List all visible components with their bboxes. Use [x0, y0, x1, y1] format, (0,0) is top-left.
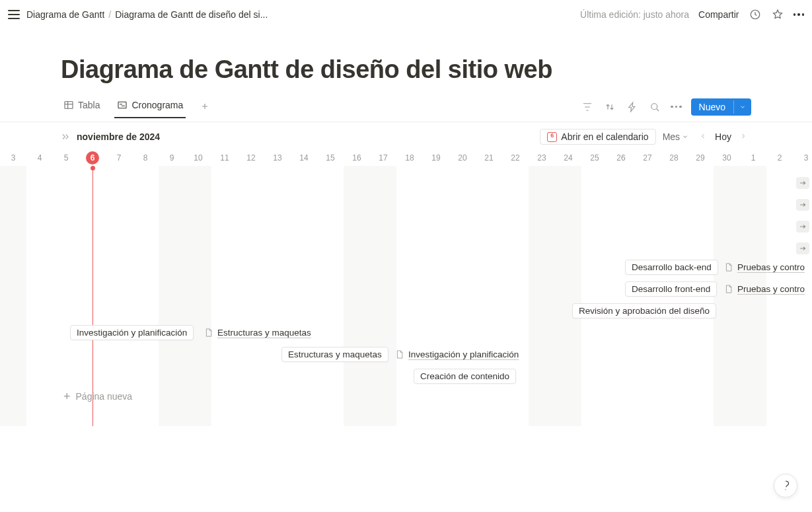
next-period-button[interactable] [735, 129, 751, 145]
page-icon [203, 327, 213, 338]
task-label: Pruebas y contro [737, 284, 805, 294]
day-header-cell: 25 [581, 153, 608, 163]
timeline-column [211, 166, 238, 426]
tab-timeline[interactable]: Cronograma [114, 100, 186, 118]
timeline-column [423, 166, 449, 426]
expand-sidebar-icon[interactable] [61, 132, 70, 141]
breadcrumb-current[interactable]: Diagrama de Gantt de diseño del si... [115, 9, 268, 20]
day-header-cell: 14 [291, 153, 317, 163]
timeline-body[interactable]: Desarrollo back-endPruebas y controDesar… [0, 166, 812, 426]
timeline-task[interactable]: Investigación y planificación [70, 325, 194, 340]
day-header-cell: 24 [555, 153, 581, 163]
day-header-cell: 21 [476, 153, 502, 163]
day-header-cell: 17 [370, 153, 396, 163]
sort-icon[interactable] [603, 100, 616, 114]
timeline-task[interactable]: Estructuras y maquetas [281, 347, 388, 362]
offscreen-arrow-icon[interactable] [796, 177, 809, 189]
day-header-cell: 1 [740, 153, 766, 163]
calendar-icon [547, 132, 557, 142]
timeline-task[interactable]: Desarrollo front-end [625, 281, 717, 297]
task-label: Pruebas y contro [737, 262, 805, 272]
last-edited-text: Última edición: justo ahora [580, 9, 689, 20]
today-marker-dot [91, 166, 95, 170]
timeline-column [26, 166, 53, 426]
day-header-cell: 18 [396, 153, 423, 163]
search-icon[interactable] [648, 100, 661, 114]
day-header-cell: 2 [766, 153, 793, 163]
day-header-cell: 10 [185, 153, 211, 163]
today-marker-line [92, 166, 93, 426]
new-button-label: Nuevo [691, 98, 733, 116]
day-header-cell: 15 [317, 153, 344, 163]
offscreen-arrow-icon[interactable] [796, 221, 809, 233]
offscreen-arrow-icon[interactable] [796, 242, 809, 254]
new-page-button[interactable]: +Página nueva [63, 390, 132, 402]
new-button-dropdown[interactable] [733, 100, 751, 114]
page-icon [723, 283, 733, 295]
task-label: Revisión y aprobación del diseño [579, 306, 710, 316]
view-granularity-select[interactable]: Mes [663, 131, 688, 142]
updates-icon[interactable] [749, 8, 762, 21]
timeline-task[interactable]: Desarrollo back-end [625, 260, 718, 275]
tab-label: Tabla [78, 100, 100, 110]
more-options-icon[interactable] [794, 13, 805, 16]
svg-point-3 [651, 103, 657, 109]
day-header-cell: 22 [502, 153, 529, 163]
day-header-cell: 3 [0, 153, 26, 163]
day-header-cell: 29 [687, 153, 714, 163]
today-button[interactable]: Hoy [711, 131, 735, 142]
timeline-column [0, 166, 26, 426]
timeline-column [396, 166, 423, 426]
filter-icon[interactable] [581, 100, 594, 114]
page-title[interactable]: Diagrama de Gantt de diseño del sitio we… [0, 29, 812, 96]
view-options-icon[interactable] [671, 106, 682, 108]
task-label: Estructuras y maquetas [217, 328, 311, 338]
timeline-task[interactable]: Revisión y aprobación del diseño [572, 303, 716, 318]
timeline-column [291, 166, 317, 426]
task-label: Estructuras y maquetas [288, 349, 382, 359]
prev-period-button[interactable] [695, 129, 711, 145]
timeline-column [317, 166, 344, 426]
timeline-column [581, 166, 608, 426]
table-icon [63, 100, 74, 110]
add-view-button[interactable] [198, 99, 212, 114]
day-header-cell: 27 [634, 153, 661, 163]
day-header-cell: 23 [529, 153, 555, 163]
day-header-cell: 19 [423, 153, 449, 163]
timeline-column [159, 166, 185, 426]
favorite-star-icon[interactable] [771, 8, 784, 21]
timeline-column [370, 166, 396, 426]
day-header-cell: 12 [238, 153, 264, 163]
svg-rect-2 [118, 102, 126, 108]
open-calendar-label: Abrir en el calendario [561, 131, 648, 142]
day-header-cell: 4 [26, 153, 53, 163]
timeline-column [555, 166, 581, 426]
help-fab[interactable] [774, 474, 797, 497]
timeline-column [238, 166, 264, 426]
view-granularity-label: Mes [663, 131, 680, 142]
timeline-days-header: 3456789101112131415161718192021222324252… [0, 150, 812, 166]
new-button[interactable]: Nuevo [691, 98, 751, 116]
timeline-task[interactable]: Pruebas y contro [723, 260, 805, 275]
timeline-column [264, 166, 291, 426]
timeline-task[interactable]: Pruebas y contro [723, 281, 805, 297]
month-label: noviembre de 2024 [77, 131, 160, 142]
open-calendar-button[interactable]: Abrir en el calendario [540, 129, 655, 145]
breadcrumb-root[interactable]: Diagrama de Gantt [26, 9, 104, 20]
task-label: Investigación y planificación [77, 328, 187, 338]
automations-icon[interactable] [626, 100, 639, 114]
day-header-cell: 7 [106, 153, 132, 163]
share-button[interactable]: Compartir [698, 9, 739, 20]
menu-toggle[interactable] [8, 9, 20, 20]
svg-rect-1 [65, 101, 73, 108]
timeline-column [529, 166, 555, 426]
breadcrumb-separator: / [108, 9, 111, 20]
offscreen-arrow-icon[interactable] [796, 199, 809, 211]
tab-table[interactable]: Tabla [61, 100, 102, 118]
timeline-task[interactable]: Investigación y planificación [394, 347, 519, 362]
timeline-task[interactable]: Estructuras y maquetas [203, 325, 311, 340]
day-header-cell: 16 [344, 153, 370, 163]
timeline-column [449, 166, 476, 426]
timeline-task[interactable]: Creación de contenido [414, 369, 516, 384]
timeline-column [476, 166, 502, 426]
